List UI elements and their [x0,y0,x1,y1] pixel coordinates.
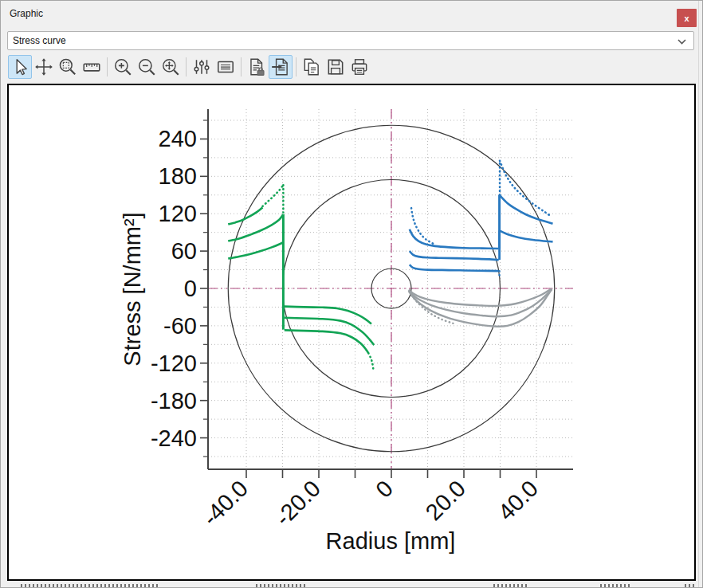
series-green-lower-solid [228,242,283,258]
ruler-icon [81,57,102,77]
clipped-text-fragment [685,584,696,588]
close-button[interactable]: x [677,9,697,27]
save-floppy-icon [325,57,346,77]
select-cursor-button[interactable] [8,55,32,79]
printer-icon [349,57,370,77]
clipped-text-fragment [600,584,630,588]
series-blue-2-solid [410,251,499,260]
series-green-neg-3-dotted-tail [368,353,373,369]
stress-curve-chart[interactable]: -240-180-120-60060120180240-40.0-20.0020… [9,85,694,579]
zoom-rectangle-icon [57,57,78,77]
toolbar-separator [241,57,242,76]
chevron-down-icon [677,39,686,45]
series-blue-3-solid [410,265,499,271]
clipped-text-fragment [256,584,308,588]
series-green-neg-1 [285,307,371,324]
svg-text:-180: -180 [151,388,197,414]
svg-text:40.0: 40.0 [493,476,544,526]
series-blue-dotted-post [500,161,551,217]
svg-text:-40.0: -40.0 [198,476,253,531]
move-arrows-icon [33,57,54,77]
measure-ruler-button[interactable] [80,55,104,79]
clipped-text-fragment [493,584,527,588]
curve-settings-button[interactable] [190,55,214,79]
clipped-background-content [1,582,702,588]
print-button[interactable] [348,55,371,79]
zoom-fit-icon [160,57,181,77]
zoom-out-icon [136,57,157,77]
svg-text:240: 240 [159,126,197,151]
zoom-in-icon [112,57,133,77]
svg-text:60: 60 [171,238,197,264]
series-green-upper-dotted [262,185,283,206]
copy-button[interactable] [300,55,324,79]
graphic-window: Graphic x Stress curve [0,0,703,588]
toolbar [8,53,371,81]
graphic-type-selector[interactable]: Stress curve [7,31,694,50]
copy-icon [301,57,322,77]
svg-text:Radius [mm]: Radius [mm] [326,528,456,554]
selected-graphic-label: Stress curve [13,35,66,46]
svg-text:0: 0 [371,476,398,503]
toolbar-separator [296,57,297,76]
svg-text:0: 0 [184,276,197,301]
clipped-text-fragment [21,584,160,588]
zoom-selection-button[interactable] [56,55,80,79]
chart-panel: -240-180-120-60060120180240-40.0-20.0020… [7,84,696,581]
svg-text:-240: -240 [151,425,197,451]
svg-text:-120: -120 [151,351,197,376]
legend-button[interactable] [214,55,238,79]
sliders-icon [191,57,212,77]
series-gray-2 [409,289,552,316]
pan-move-button[interactable] [32,55,56,79]
svg-text:-20.0: -20.0 [270,476,325,531]
document-arrow-icon [270,57,291,77]
toolbar-separator [186,57,187,76]
window-edge [698,1,699,587]
close-icon: x [684,14,689,23]
zoom-in-button[interactable] [111,55,135,79]
save-button[interactable] [324,55,348,79]
zoom-fit-button[interactable] [159,55,183,79]
svg-text:Stress [N/mm²]: Stress [N/mm²] [120,212,145,366]
lock-document-button[interactable] [245,55,269,79]
window-title: Graphic [10,8,43,19]
export-document-button[interactable] [269,55,293,79]
document-lock-icon [246,57,267,77]
toolbar-separator [107,57,108,76]
svg-text:120: 120 [159,201,197,226]
zoom-out-button[interactable] [135,55,159,79]
series-gray-1 [409,288,552,306]
title-bar[interactable]: Graphic x [1,1,702,28]
legend-box-icon [215,57,236,77]
svg-text:20.0: 20.0 [421,476,471,526]
svg-text:180: 180 [159,163,197,189]
svg-text:-60: -60 [163,313,197,339]
cursor-arrow-icon [10,57,30,77]
